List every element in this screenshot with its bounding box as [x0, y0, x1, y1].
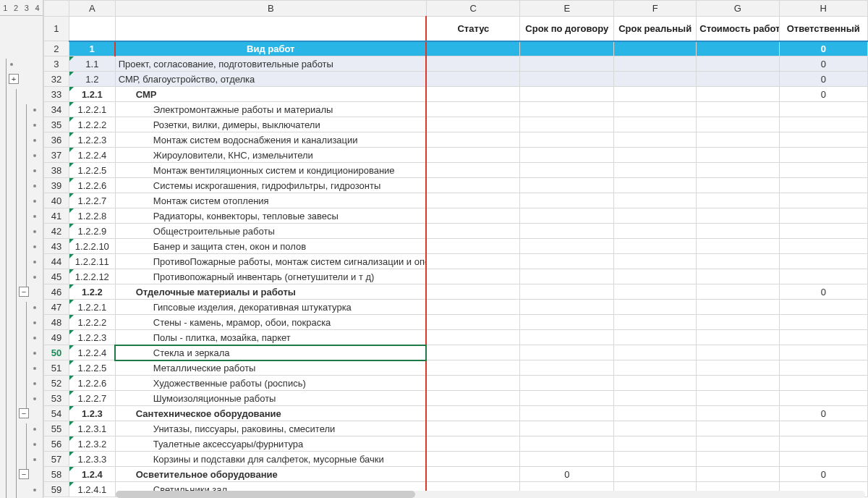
cell-a[interactable]: 1.2.2.3 [69, 132, 115, 148]
cell-h[interactable] [779, 345, 867, 360]
row-header[interactable]: 35 [44, 117, 69, 132]
cell-e[interactable] [520, 406, 614, 421]
cell-b[interactable]: Жироуловители, КНС, измельчители [115, 148, 426, 163]
cell-b[interactable]: Стекла и зеркала [115, 345, 426, 360]
cell-g[interactable] [697, 254, 779, 269]
cell-b[interactable]: ПротивоПожарные работы, монтаж систем си… [115, 254, 426, 269]
row-header[interactable]: 37 [44, 148, 69, 163]
cell-e[interactable] [520, 300, 614, 315]
cell-a[interactable]: 1.2.2.2 [69, 315, 115, 330]
cell-f[interactable] [614, 360, 697, 376]
cell-a[interactable]: 1.2.2.3 [69, 330, 115, 345]
cell-f[interactable] [614, 406, 697, 421]
col-header-b[interactable]: B [115, 1, 426, 17]
cell-h[interactable]: 0 [779, 284, 867, 300]
cell-e[interactable] [520, 360, 614, 376]
row-header[interactable]: 34 [44, 102, 69, 117]
cell-f[interactable] [614, 284, 697, 300]
row-header[interactable]: 47 [44, 300, 69, 315]
col-header-g[interactable]: G [697, 1, 779, 17]
cell-f[interactable] [614, 117, 697, 132]
cell-g[interactable] [697, 284, 779, 300]
cell-g[interactable] [697, 330, 779, 345]
cell-h[interactable] [779, 330, 867, 345]
row-header[interactable]: 42 [44, 224, 69, 239]
cell-e[interactable] [520, 178, 614, 193]
cell-f[interactable] [614, 102, 697, 117]
cell-g[interactable] [697, 300, 779, 315]
cell-b[interactable]: Розетки, вилки, димеры, выключатели [115, 117, 426, 132]
cell-e[interactable] [520, 345, 614, 360]
cell-a[interactable]: 1.2.2.8 [69, 208, 115, 224]
cell-h[interactable] [779, 148, 867, 163]
cell-f[interactable] [614, 421, 697, 436]
cell-c[interactable] [426, 239, 520, 254]
cell-a[interactable]: 1.2.3.2 [69, 436, 115, 452]
cell-h[interactable] [779, 132, 867, 148]
cell-c[interactable] [426, 132, 520, 148]
row-header[interactable]: 41 [44, 208, 69, 224]
cell-e[interactable] [520, 421, 614, 436]
cell-a[interactable]: 1.2.2.4 [69, 148, 115, 163]
cell-a[interactable]: 1.2.2.11 [69, 254, 115, 269]
row-header[interactable]: 58 [44, 467, 69, 482]
cell-a2[interactable]: 1 [69, 41, 115, 56]
cell-h[interactable] [779, 315, 867, 330]
cell-a[interactable]: 1.2.3.3 [69, 452, 115, 467]
row-header[interactable]: 3 [44, 56, 69, 72]
scrollbar-thumb[interactable] [116, 491, 415, 498]
cell-e[interactable] [520, 87, 614, 102]
cell-a[interactable]: 1.2.2.10 [69, 239, 115, 254]
cell-c[interactable] [426, 376, 520, 391]
cell-g[interactable] [697, 193, 779, 208]
cell-c1[interactable]: Статус [426, 17, 520, 41]
cell-e[interactable] [520, 452, 614, 467]
cell-g[interactable] [697, 406, 779, 421]
cell-e[interactable] [520, 72, 614, 87]
outline-collapse[interactable]: − [19, 408, 29, 418]
cell-a[interactable]: 1.2.1 [69, 87, 115, 102]
cell-c[interactable] [426, 467, 520, 482]
cell-c[interactable] [426, 208, 520, 224]
cell-g[interactable] [697, 376, 779, 391]
row-header[interactable]: 36 [44, 132, 69, 148]
cell-b[interactable]: Противопожарный инвентарь (огнетушители … [115, 269, 426, 284]
cell-f[interactable] [614, 178, 697, 193]
cell-g[interactable] [697, 72, 779, 87]
cell-c[interactable] [426, 72, 520, 87]
cell-b[interactable]: СМР [115, 87, 426, 102]
cell-f[interactable] [614, 163, 697, 178]
cell-e[interactable]: 0 [520, 467, 614, 482]
cell-f1[interactable]: Срок реальный [614, 17, 697, 41]
cell-b[interactable]: Гипсовые изделия, декоративная штукатурк… [115, 300, 426, 315]
cell-f[interactable] [614, 391, 697, 406]
cell-a[interactable]: 1.2.2.5 [69, 163, 115, 178]
cell-b[interactable]: Банер и защита стен, окон и полов [115, 239, 426, 254]
cell-e[interactable] [520, 239, 614, 254]
cell-e[interactable] [520, 163, 614, 178]
cell-a[interactable]: 1.2.2 [69, 284, 115, 300]
outline-level-4[interactable]: 4 [32, 0, 43, 15]
outline-collapse[interactable]: − [19, 469, 29, 479]
row-header[interactable]: 48 [44, 315, 69, 330]
cell-b[interactable]: Монтаж систем водоснабжения и канализаци… [115, 132, 426, 148]
cell-f[interactable] [614, 224, 697, 239]
cell-g[interactable] [697, 178, 779, 193]
cell-f[interactable] [614, 132, 697, 148]
cell-b[interactable]: Шумоизоляционные работы [115, 391, 426, 406]
cell-c[interactable] [426, 421, 520, 436]
cell-e[interactable] [520, 254, 614, 269]
cell-h[interactable] [779, 224, 867, 239]
row-header[interactable]: 38 [44, 163, 69, 178]
row-header[interactable]: 32 [44, 72, 69, 87]
corner-cell[interactable] [44, 1, 69, 17]
cell-e[interactable] [520, 224, 614, 239]
cell-g[interactable] [697, 117, 779, 132]
cell-e[interactable] [520, 436, 614, 452]
cell-g[interactable] [697, 436, 779, 452]
cell-c[interactable] [426, 224, 520, 239]
cell-b[interactable]: Электромонтажные работы и материалы [115, 102, 426, 117]
cell-f[interactable] [614, 72, 697, 87]
cell-c[interactable] [426, 315, 520, 330]
row-header[interactable]: 53 [44, 391, 69, 406]
